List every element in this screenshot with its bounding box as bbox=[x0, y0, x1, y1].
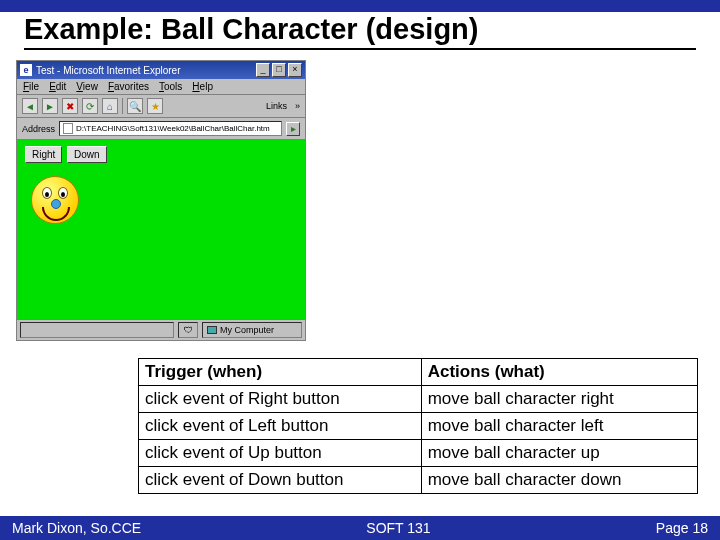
ball-eye-right bbox=[58, 187, 68, 199]
slide-top-accent bbox=[0, 0, 720, 12]
status-pane-zone: My Computer bbox=[202, 322, 302, 338]
footer-page: Page 18 bbox=[656, 520, 708, 536]
menu-bar: File Edit View Favorites Tools Help bbox=[17, 79, 305, 95]
browser-window: e Test - Microsoft Internet Explorer _ □… bbox=[16, 60, 306, 341]
cell-action: move ball character left bbox=[421, 413, 697, 440]
status-bar: 🛡 My Computer bbox=[17, 320, 305, 340]
menu-favorites[interactable]: Favorites bbox=[108, 81, 149, 92]
address-field[interactable]: D:\TEACHING\Soft131\Week02\BallChar\Ball… bbox=[59, 121, 282, 136]
menu-view[interactable]: View bbox=[76, 81, 98, 92]
page-icon bbox=[63, 123, 73, 134]
menu-edit[interactable]: Edit bbox=[49, 81, 66, 92]
cell-action: move ball character down bbox=[421, 467, 697, 494]
back-icon[interactable]: ◄ bbox=[22, 98, 38, 114]
cell-trigger: click event of Left button bbox=[139, 413, 422, 440]
go-button[interactable]: ▸ bbox=[286, 122, 300, 136]
header-trigger: Trigger (when) bbox=[139, 359, 422, 386]
footer-author: Mark Dixon, So.CCE bbox=[12, 520, 141, 536]
computer-icon bbox=[207, 326, 217, 334]
cell-action: move ball character up bbox=[421, 440, 697, 467]
refresh-icon[interactable]: ⟳ bbox=[82, 98, 98, 114]
maximize-button[interactable]: □ bbox=[272, 63, 286, 77]
address-label: Address bbox=[22, 124, 55, 134]
table-row: click event of Up button move ball chara… bbox=[139, 440, 698, 467]
stop-icon[interactable]: ✖ bbox=[62, 98, 78, 114]
ball-mouth bbox=[42, 207, 70, 221]
cell-trigger: click event of Down button bbox=[139, 467, 422, 494]
slide-footer: Mark Dixon, So.CCE SOFT 131 Page 18 bbox=[0, 516, 720, 540]
cell-action: move ball character right bbox=[421, 386, 697, 413]
ball-character bbox=[31, 176, 79, 224]
window-buttons: _ □ × bbox=[256, 63, 302, 77]
menu-file[interactable]: File bbox=[23, 81, 39, 92]
links-chevron-icon[interactable]: » bbox=[295, 101, 300, 111]
toolbar-separator bbox=[122, 98, 123, 114]
page-viewport: Right Down bbox=[17, 140, 305, 320]
favorites-icon[interactable]: ★ bbox=[147, 98, 163, 114]
menu-tools[interactable]: Tools bbox=[159, 81, 182, 92]
down-button[interactable]: Down bbox=[67, 146, 107, 163]
table-header-row: Trigger (when) Actions (what) bbox=[139, 359, 698, 386]
slide-title: Example: Ball Character (design) bbox=[24, 14, 696, 50]
window-titlebar: e Test - Microsoft Internet Explorer _ □… bbox=[17, 61, 305, 79]
ball-eye-left bbox=[42, 187, 52, 199]
header-actions: Actions (what) bbox=[421, 359, 697, 386]
address-bar: Address D:\TEACHING\Soft131\Week02\BallC… bbox=[17, 118, 305, 140]
minimize-button[interactable]: _ bbox=[256, 63, 270, 77]
window-title-text: Test - Microsoft Internet Explorer bbox=[36, 65, 256, 76]
forward-icon[interactable]: ► bbox=[42, 98, 58, 114]
cell-trigger: click event of Up button bbox=[139, 440, 422, 467]
search-icon[interactable]: 🔍 bbox=[127, 98, 143, 114]
links-label[interactable]: Links bbox=[266, 101, 287, 111]
cell-trigger: click event of Right button bbox=[139, 386, 422, 413]
table-row: click event of Left button move ball cha… bbox=[139, 413, 698, 440]
address-value: D:\TEACHING\Soft131\Week02\BallChar\Ball… bbox=[76, 124, 270, 133]
menu-help[interactable]: Help bbox=[192, 81, 213, 92]
toolbar: ◄ ► ✖ ⟳ ⌂ 🔍 ★ Links » bbox=[17, 95, 305, 118]
status-zone-text: My Computer bbox=[220, 325, 274, 335]
ie-icon: e bbox=[20, 64, 32, 76]
status-pane-left bbox=[20, 322, 174, 338]
right-button[interactable]: Right bbox=[25, 146, 62, 163]
close-button[interactable]: × bbox=[288, 63, 302, 77]
shield-icon: 🛡 bbox=[184, 325, 193, 335]
footer-course: SOFT 131 bbox=[141, 520, 656, 536]
home-icon[interactable]: ⌂ bbox=[102, 98, 118, 114]
status-pane-mid: 🛡 bbox=[178, 322, 198, 338]
table-row: click event of Down button move ball cha… bbox=[139, 467, 698, 494]
trigger-actions-table: Trigger (when) Actions (what) click even… bbox=[138, 358, 698, 494]
table-row: click event of Right button move ball ch… bbox=[139, 386, 698, 413]
